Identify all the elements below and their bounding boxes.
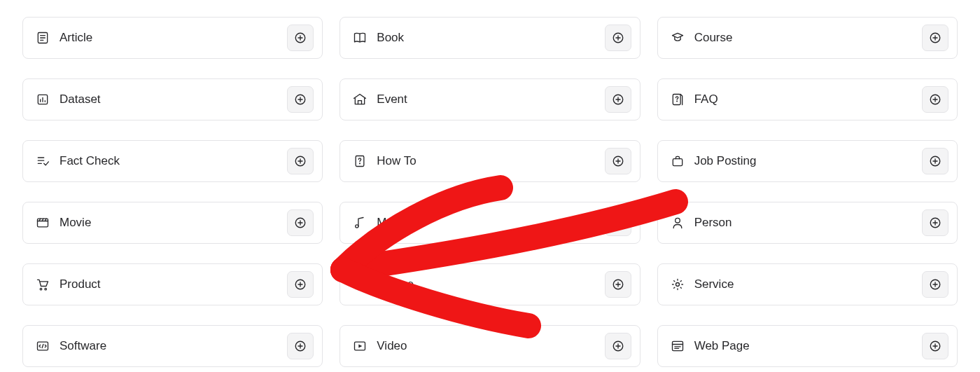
card-content: Movie <box>36 216 91 230</box>
add-button[interactable] <box>287 333 314 359</box>
add-button[interactable] <box>922 209 948 236</box>
card-label: Music <box>377 216 407 230</box>
card-content: Video <box>353 339 407 353</box>
card-label: How To <box>377 154 416 168</box>
card-video[interactable]: Video <box>340 325 640 367</box>
how-to-icon <box>353 154 367 168</box>
schema-type-grid: Article Book Course Dataset Event <box>22 17 958 367</box>
add-button[interactable] <box>605 271 631 298</box>
card-content: Article <box>36 31 92 45</box>
card-label: Fact Check <box>59 154 120 168</box>
music-icon <box>353 216 367 230</box>
card-label: Job Posting <box>694 154 757 168</box>
card-service[interactable]: Service <box>657 263 958 305</box>
card-content: Product <box>36 277 101 291</box>
article-icon <box>36 31 50 45</box>
card-software[interactable]: Software <box>22 325 323 367</box>
service-icon <box>671 277 685 291</box>
event-icon <box>353 92 367 106</box>
add-button[interactable] <box>287 271 314 298</box>
card-label: Software <box>59 339 106 353</box>
card-person[interactable]: Person <box>657 202 958 244</box>
card-label: Service <box>694 277 734 291</box>
card-label: Web Page <box>694 339 750 353</box>
card-music[interactable]: Music <box>340 202 640 244</box>
card-content: Service <box>671 277 734 291</box>
add-button[interactable] <box>287 148 314 174</box>
faq-icon <box>671 92 685 106</box>
web-page-icon <box>671 339 685 353</box>
card-label: Course <box>694 31 733 45</box>
card-dataset[interactable]: Dataset <box>22 78 323 120</box>
add-button[interactable] <box>605 86 631 113</box>
card-movie[interactable]: Movie <box>22 202 323 244</box>
add-button[interactable] <box>922 148 948 174</box>
add-button[interactable] <box>605 333 631 359</box>
book-icon <box>353 31 367 45</box>
add-button[interactable] <box>922 86 948 113</box>
card-label: Recipe <box>377 277 414 291</box>
card-product[interactable]: Product <box>22 263 323 305</box>
card-label: Article <box>59 31 92 45</box>
card-web-page[interactable]: Web Page <box>657 325 958 367</box>
card-label: FAQ <box>694 92 718 106</box>
add-button[interactable] <box>605 209 631 236</box>
card-recipe[interactable]: Recipe <box>340 263 640 305</box>
card-content: Book <box>353 31 404 45</box>
card-content: FAQ <box>671 92 718 106</box>
add-button[interactable] <box>922 271 948 298</box>
card-content: Person <box>671 216 732 230</box>
add-button[interactable] <box>605 25 631 51</box>
card-content: Dataset <box>36 92 101 106</box>
card-label: Movie <box>59 216 91 230</box>
job-posting-icon <box>671 154 685 168</box>
card-label: Product <box>59 277 101 291</box>
card-course[interactable]: Course <box>657 17 958 59</box>
course-icon <box>671 31 685 45</box>
card-content: Recipe <box>353 277 414 291</box>
add-button[interactable] <box>287 86 314 113</box>
card-content: Software <box>36 339 106 353</box>
movie-icon <box>36 216 50 230</box>
card-content: Course <box>671 31 733 45</box>
card-job-posting[interactable]: Job Posting <box>657 140 958 182</box>
software-icon <box>36 339 50 353</box>
card-content: Job Posting <box>671 154 757 168</box>
card-content: Music <box>353 216 407 230</box>
card-content: Web Page <box>671 339 750 353</box>
add-button[interactable] <box>922 333 948 359</box>
dataset-icon <box>36 92 50 106</box>
card-content: How To <box>353 154 416 168</box>
add-button[interactable] <box>287 25 314 51</box>
card-label: Dataset <box>59 92 101 106</box>
card-faq[interactable]: FAQ <box>657 78 958 120</box>
add-button[interactable] <box>605 148 631 174</box>
card-content: Fact Check <box>36 154 120 168</box>
video-icon <box>353 339 367 353</box>
card-book[interactable]: Book <box>340 17 640 59</box>
recipe-icon <box>353 277 367 291</box>
fact-check-icon <box>36 154 50 168</box>
card-content: Event <box>353 92 407 106</box>
card-label: Video <box>377 339 407 353</box>
add-button[interactable] <box>922 25 948 51</box>
card-label: Event <box>377 92 407 106</box>
card-label: Book <box>377 31 404 45</box>
card-label: Person <box>694 216 732 230</box>
card-event[interactable]: Event <box>340 78 640 120</box>
card-fact-check[interactable]: Fact Check <box>22 140 323 182</box>
card-article[interactable]: Article <box>22 17 323 59</box>
product-icon <box>36 277 50 291</box>
add-button[interactable] <box>287 209 314 236</box>
card-how-to[interactable]: How To <box>340 140 640 182</box>
person-icon <box>671 216 685 230</box>
